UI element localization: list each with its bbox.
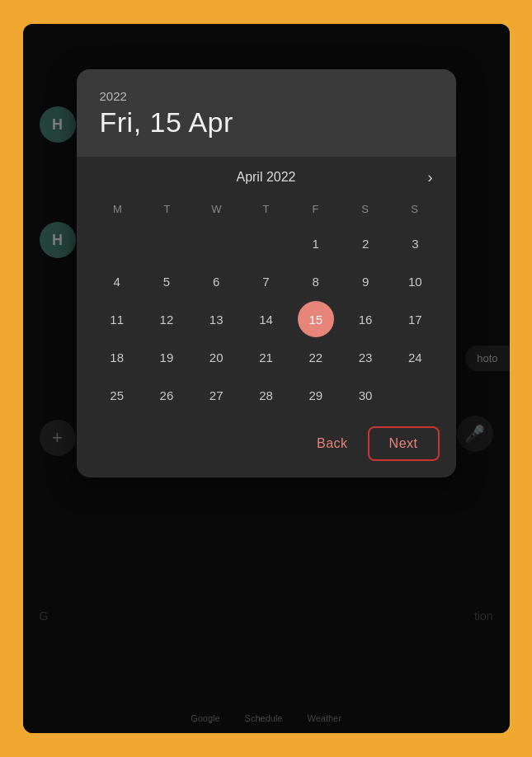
day-21[interactable]: 21 [242,339,290,375]
day-24[interactable]: 24 [391,339,439,375]
weekday-sun: S [390,200,440,219]
day-22[interactable]: 22 [292,339,340,375]
day-14[interactable]: 14 [242,301,290,337]
day-6[interactable]: 6 [192,263,240,299]
month-navigation: April 2022 › [93,170,440,185]
empty-cell [391,377,439,413]
calendar-body: April 2022 › M T W T F S S 1 [77,157,456,420]
day-23[interactable]: 23 [341,339,389,375]
next-month-button[interactable]: › [421,166,440,190]
next-button[interactable]: Next [368,426,440,461]
days-grid: 1 2 3 4 5 6 7 8 9 10 11 12 13 14 15 16 1… [93,225,440,413]
day-18[interactable]: 18 [93,339,141,375]
weekday-thu: T [242,200,291,219]
weekday-wed: W [192,200,242,219]
day-11[interactable]: 11 [93,301,141,337]
day-7[interactable]: 7 [242,263,290,299]
day-5[interactable]: 5 [143,263,191,299]
day-15-selected[interactable]: 15 [298,301,334,337]
empty-cell [93,225,141,261]
day-9[interactable]: 9 [341,263,389,299]
day-16[interactable]: 16 [341,301,389,337]
hint-weather: Weather [307,713,341,723]
day-4[interactable]: 4 [93,263,141,299]
day-25[interactable]: 25 [93,377,141,413]
weekday-tue: T [143,200,192,219]
empty-cell [242,225,290,261]
bottom-hints: Google Schedule Weather [23,713,510,723]
day-2[interactable]: 2 [341,225,389,261]
hint-schedule: Schedule [245,713,283,723]
calendar-date-title: Fri, 15 Apr [100,106,433,139]
day-17[interactable]: 17 [391,301,439,337]
empty-cell [143,225,191,261]
calendar-year: 2022 [100,89,433,103]
day-10[interactable]: 10 [391,263,439,299]
back-button[interactable]: Back [304,428,361,459]
day-1[interactable]: 1 [292,225,340,261]
day-30[interactable]: 30 [341,377,389,413]
day-29[interactable]: 29 [292,377,340,413]
calendar-dialog: 2022 Fri, 15 Apr April 2022 › M T W T F … [77,69,456,477]
day-8[interactable]: 8 [292,263,340,299]
day-13[interactable]: 13 [192,301,240,337]
weekday-mon: M [93,200,143,219]
day-19[interactable]: 19 [143,339,191,375]
day-3[interactable]: 3 [391,225,439,261]
day-27[interactable]: 27 [192,377,240,413]
phone-screen: H H + hoto 🎤 G tion 2022 Fri, 15 Apr Apr… [23,24,510,733]
dialog-actions: Back Next [77,420,456,477]
day-26[interactable]: 26 [143,377,191,413]
day-12[interactable]: 12 [143,301,191,337]
day-28[interactable]: 28 [242,377,290,413]
weekday-fri: F [291,200,341,219]
weekday-headers: M T W T F S S [93,200,440,219]
calendar-header: 2022 Fri, 15 Apr [77,69,456,157]
empty-cell [192,225,240,261]
day-20[interactable]: 20 [192,339,240,375]
weekday-sat: S [341,200,390,219]
month-label: April 2022 [236,170,295,185]
hint-google: Google [191,713,219,723]
